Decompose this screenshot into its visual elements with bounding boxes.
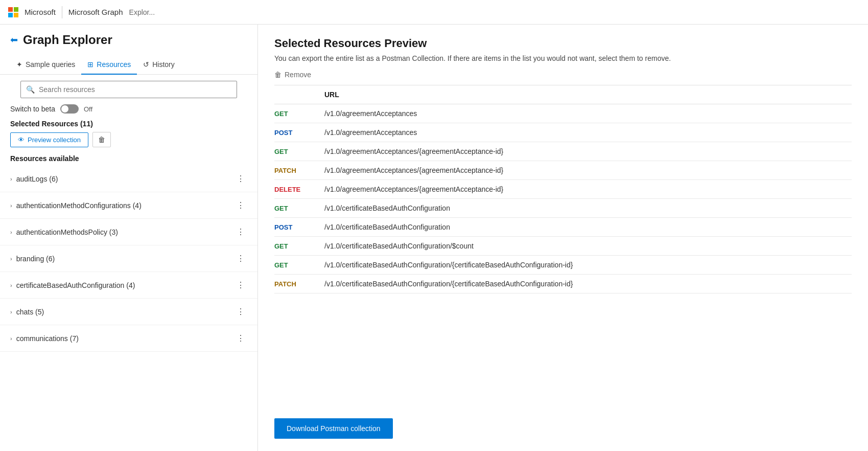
url-cell: /v1.0/certificateBasedAuthConfiguration (320, 218, 852, 237)
beta-row: Switch to beta Off (0, 98, 257, 118)
list-item[interactable]: › branding (6) ⋮ (0, 245, 257, 272)
url-cell: /v1.0/agreementAcceptances/{agreementAcc… (320, 161, 852, 180)
download-row: Download Postman collection (274, 408, 852, 451)
table-row[interactable]: GET/v1.0/certificateBasedAuthConfigurati… (274, 199, 852, 218)
remove-button[interactable]: 🗑 Remove (274, 71, 311, 79)
chevron-right-icon: › (10, 229, 12, 235)
table-row[interactable]: POST/v1.0/agreementAcceptances (274, 123, 852, 142)
col-header-url: URL (320, 85, 852, 104)
product-label: Microsoft Graph (68, 8, 123, 16)
resources-table-container: URL GET/v1.0/agreementAcceptancesPOST/v1… (274, 85, 852, 408)
resources-available-header: Resources available (0, 152, 257, 166)
download-postman-button[interactable]: Download Postman collection (274, 418, 393, 439)
table-row[interactable]: GET/v1.0/certificateBasedAuthConfigurati… (274, 256, 852, 275)
search-input[interactable] (39, 85, 231, 94)
remove-label: Remove (285, 71, 311, 79)
more-options-icon[interactable]: ⋮ (234, 331, 247, 345)
topbar: Microsoft Microsoft Graph Explor... (0, 0, 868, 25)
beta-toggle[interactable] (60, 104, 79, 114)
remove-row: 🗑 Remove (274, 71, 852, 85)
table-row[interactable]: GET/v1.0/agreementAcceptances/{agreement… (274, 142, 852, 161)
url-cell: /v1.0/certificateBasedAuthConfiguration/… (320, 237, 852, 256)
list-item[interactable]: › certificateBasedAuthConfiguration (4) … (0, 272, 257, 299)
more-options-icon[interactable]: ⋮ (234, 252, 247, 265)
tab-resources-label: Resources (97, 60, 131, 69)
search-bar: 🔍 (20, 81, 237, 98)
sample-queries-icon: ✦ (16, 60, 22, 69)
method-cell: POST (274, 123, 320, 142)
topbar-divider (62, 6, 62, 18)
url-cell: /v1.0/certificateBasedAuthConfiguration/… (320, 275, 852, 294)
url-cell: /v1.0/agreementAcceptances/{agreementAcc… (320, 180, 852, 199)
preview-btn-label: Preview collection (28, 136, 81, 144)
nav-tabs: ✦ Sample queries ⊞ Resources ↺ History (0, 55, 257, 75)
chevron-right-icon: › (10, 282, 12, 288)
chevron-right-icon: › (10, 309, 12, 315)
beta-off-label: Off (84, 105, 92, 113)
url-cell: /v1.0/agreementAcceptances (320, 123, 852, 142)
more-options-icon[interactable]: ⋮ (234, 198, 247, 212)
selected-resources-actions: 👁 Preview collection 🗑 (0, 132, 257, 152)
list-item[interactable]: › auditLogs (6) ⋮ (0, 166, 257, 192)
table-row[interactable]: PATCH/v1.0/agreementAcceptances/{agreeme… (274, 161, 852, 180)
beta-label: Switch to beta (10, 105, 55, 113)
resource-name: authenticationMethodsPolicy (3) (16, 228, 118, 236)
list-item[interactable]: › chats (5) ⋮ (0, 299, 257, 325)
list-item[interactable]: › authenticationMethodsPolicy (3) ⋮ (0, 219, 257, 245)
more-options-icon[interactable]: ⋮ (234, 278, 247, 292)
resources-table: URL GET/v1.0/agreementAcceptancesPOST/v1… (274, 85, 852, 294)
more-options-icon[interactable]: ⋮ (234, 225, 247, 239)
resource-name: branding (6) (16, 255, 55, 263)
chevron-right-icon: › (10, 335, 12, 342)
resource-name: authenticationMethodConfigurations (4) (16, 201, 142, 210)
sidebar-header: ⬅ Graph Explorer ✦ Sample queries ⊞ Reso… (0, 25, 257, 98)
preview-collection-button[interactable]: 👁 Preview collection (10, 132, 88, 147)
panel-subtitle: You can export the entire list as a Post… (274, 54, 852, 62)
right-panel: Selected Resources Preview You can expor… (258, 25, 868, 451)
tab-resources[interactable]: ⊞ Resources (81, 55, 137, 75)
more-options-icon[interactable]: ⋮ (234, 172, 247, 186)
table-row[interactable]: GET/v1.0/agreementAcceptances (274, 104, 852, 123)
panel-title: Selected Resources Preview (274, 37, 852, 50)
page-label: Explor... (129, 8, 155, 16)
list-item[interactable]: › communications (7) ⋮ (0, 325, 257, 352)
chevron-right-icon: › (10, 176, 12, 182)
url-cell: /v1.0/agreementAcceptances (320, 104, 852, 123)
search-icon: 🔍 (26, 85, 35, 94)
table-row[interactable]: DELETE/v1.0/agreementAcceptances/{agreem… (274, 180, 852, 199)
method-cell: GET (274, 199, 320, 218)
table-row[interactable]: GET/v1.0/certificateBasedAuthConfigurati… (274, 237, 852, 256)
chevron-right-icon: › (10, 256, 12, 262)
delete-selected-button[interactable]: 🗑 (92, 132, 111, 147)
method-cell: PATCH (274, 275, 320, 294)
table-row[interactable]: POST/v1.0/certificateBasedAuthConfigurat… (274, 218, 852, 237)
microsoft-label: Microsoft (25, 8, 56, 16)
preview-icon: 👁 (18, 136, 25, 144)
tab-sample-queries-label: Sample queries (26, 60, 75, 69)
method-cell: GET (274, 142, 320, 161)
resource-name: certificateBasedAuthConfiguration (4) (16, 281, 135, 289)
chevron-right-icon: › (10, 202, 12, 209)
tab-sample-queries[interactable]: ✦ Sample queries (10, 55, 81, 75)
tab-history[interactable]: ↺ History (137, 55, 181, 75)
trash-icon: 🗑 (274, 71, 281, 79)
more-options-icon[interactable]: ⋮ (234, 305, 247, 319)
table-row[interactable]: PATCH/v1.0/certificateBasedAuthConfigura… (274, 275, 852, 294)
url-cell: /v1.0/agreementAcceptances/{agreementAcc… (320, 142, 852, 161)
resources-icon: ⊞ (87, 60, 93, 69)
method-cell: PATCH (274, 161, 320, 180)
method-cell: GET (274, 104, 320, 123)
method-cell: GET (274, 237, 320, 256)
url-cell: /v1.0/certificateBasedAuthConfiguration (320, 199, 852, 218)
list-item[interactable]: › authenticationMethodConfigurations (4)… (0, 192, 257, 219)
method-cell: DELETE (274, 180, 320, 199)
resource-list: › auditLogs (6) ⋮ › authenticationMethod… (0, 166, 257, 451)
method-cell: POST (274, 218, 320, 237)
col-header-method (274, 85, 320, 104)
app-title: Graph Explorer (23, 33, 112, 47)
trash-icon: 🗑 (98, 136, 105, 144)
history-icon: ↺ (143, 60, 149, 69)
resource-name: communications (7) (16, 334, 79, 343)
tab-history-label: History (152, 60, 175, 69)
url-cell: /v1.0/certificateBasedAuthConfiguration/… (320, 256, 852, 275)
